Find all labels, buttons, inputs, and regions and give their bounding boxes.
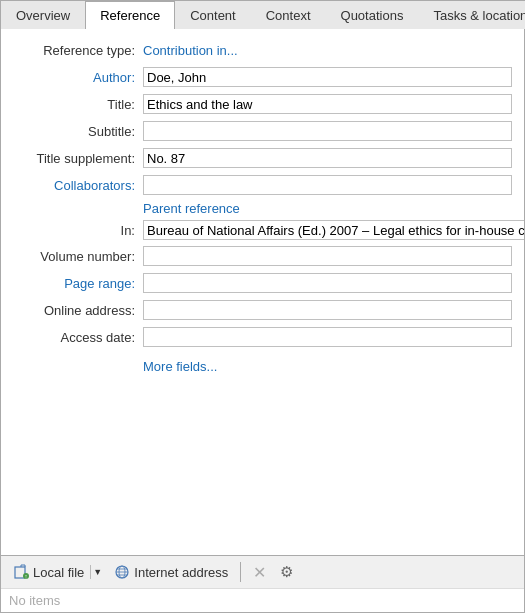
collaborators-label: Collaborators: <box>13 178 143 193</box>
volume-number-label: Volume number: <box>13 249 143 264</box>
tab-bar: Overview Reference Content Context Quota… <box>1 1 524 29</box>
in-select-wrapper: Bureau of National Affairs (Ed.) 2007 – … <box>143 220 524 240</box>
bottom-toolbar: ↑ Local file ▼ Internet address <box>1 555 524 588</box>
local-file-dropdown-button[interactable]: ▼ <box>90 565 104 579</box>
title-supplement-label: Title supplement: <box>13 151 143 166</box>
author-row: Author: <box>13 66 512 88</box>
volume-number-row: Volume number: <box>13 245 512 267</box>
remove-icon: ✕ <box>253 563 266 582</box>
settings-button[interactable]: ⚙ <box>276 561 297 583</box>
page-range-label: Page range: <box>13 276 143 291</box>
access-date-row: Access date: <box>13 326 512 348</box>
title-supplement-input[interactable] <box>143 148 512 168</box>
collaborators-input[interactable] <box>143 175 512 195</box>
gear-icon: ⚙ <box>280 563 293 581</box>
content-area: Reference type: Contribution in... Autho… <box>1 29 524 555</box>
tab-reference[interactable]: Reference <box>85 1 175 29</box>
local-file-label: Local file <box>33 565 84 580</box>
subtitle-row: Subtitle: <box>13 120 512 142</box>
parent-reference-label: Parent reference <box>143 201 512 216</box>
title-input[interactable] <box>143 94 512 114</box>
online-address-row: Online address: <box>13 299 512 321</box>
local-file-icon: ↑ <box>13 564 29 580</box>
in-label: In: <box>13 223 143 238</box>
subtitle-label: Subtitle: <box>13 124 143 139</box>
title-row: Title: <box>13 93 512 115</box>
tab-context[interactable]: Context <box>251 1 326 29</box>
page-range-row: Page range: <box>13 272 512 294</box>
online-address-input[interactable] <box>143 300 512 320</box>
internet-address-button[interactable]: Internet address <box>110 562 232 582</box>
status-bar: No items <box>1 588 524 612</box>
in-select[interactable]: Bureau of National Affairs (Ed.) 2007 – … <box>143 220 524 240</box>
internet-address-label: Internet address <box>134 565 228 580</box>
access-date-label: Access date: <box>13 330 143 345</box>
toolbar-separator <box>240 562 241 582</box>
tab-quotations[interactable]: Quotations <box>326 1 419 29</box>
tab-content[interactable]: Content <box>175 1 251 29</box>
tab-tasks-locations[interactable]: Tasks & locations <box>418 1 525 29</box>
title-label: Title: <box>13 97 143 112</box>
author-label: Author: <box>13 70 143 85</box>
main-window: Overview Reference Content Context Quota… <box>0 0 525 613</box>
remove-button[interactable]: ✕ <box>249 563 270 582</box>
page-range-input[interactable] <box>143 273 512 293</box>
no-items-label: No items <box>9 593 60 608</box>
volume-number-input[interactable] <box>143 246 512 266</box>
online-address-label: Online address: <box>13 303 143 318</box>
reference-type-label: Reference type: <box>13 43 143 58</box>
internet-address-icon <box>114 564 130 580</box>
reference-type-value[interactable]: Contribution in... <box>143 43 512 58</box>
subtitle-input[interactable] <box>143 121 512 141</box>
author-input[interactable] <box>143 67 512 87</box>
in-row: In: Bureau of National Affairs (Ed.) 200… <box>13 220 512 240</box>
more-fields-link[interactable]: More fields... <box>143 359 217 374</box>
collaborators-row: Collaborators: <box>13 174 512 196</box>
reference-type-row: Reference type: Contribution in... <box>13 39 512 61</box>
title-supplement-row: Title supplement: <box>13 147 512 169</box>
tab-overview[interactable]: Overview <box>1 1 85 29</box>
access-date-input[interactable] <box>143 327 512 347</box>
local-file-dropdown-arrow-icon: ▼ <box>93 567 102 577</box>
local-file-button[interactable]: ↑ Local file <box>9 562 84 582</box>
svg-text:↑: ↑ <box>24 573 28 580</box>
